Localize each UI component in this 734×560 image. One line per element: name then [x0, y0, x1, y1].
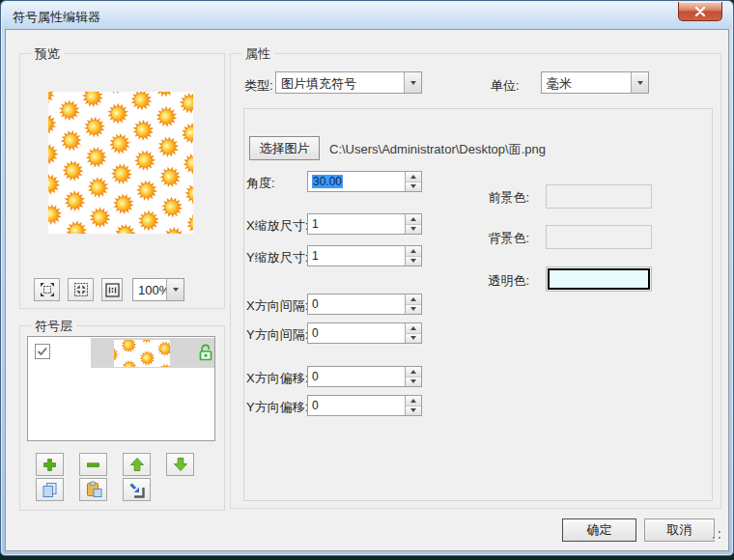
transparent-color-swatch-inner	[548, 268, 650, 290]
y-gap-spin-up[interactable]	[406, 323, 421, 334]
background-color-field	[546, 225, 652, 249]
select-image-button[interactable]: 选择图片	[249, 136, 320, 160]
x-offset-spin-down[interactable]	[406, 378, 421, 387]
zoom-fit-button[interactable]	[34, 278, 60, 301]
unit-dropdown-button[interactable]	[631, 72, 648, 93]
properties-group-title: 属性	[241, 45, 274, 63]
cancel-button[interactable]: 取消	[644, 518, 715, 542]
image-path: C:\Users\Administrator\Desktop\面.png	[329, 141, 546, 158]
spin-up-icon	[410, 249, 416, 253]
spin-up-icon	[410, 175, 416, 179]
grip-dot	[719, 537, 720, 539]
preview-group-title: 预览	[31, 45, 64, 63]
spin-down-icon	[410, 184, 416, 188]
y-scale-label: Y缩放尺寸:	[246, 249, 308, 266]
spin-down-icon	[410, 336, 416, 340]
import-layer-button[interactable]	[123, 478, 151, 501]
unit-label: 单位:	[491, 77, 520, 95]
import-icon	[128, 482, 145, 498]
cancel-label: 取消	[667, 521, 692, 539]
y-scale-spin-down[interactable]	[406, 257, 421, 266]
x-gap-spin-down[interactable]	[406, 305, 421, 315]
y-offset-spin-up[interactable]	[406, 396, 421, 406]
angle-field[interactable]: 30.00	[307, 171, 422, 192]
zoom-shrink-button[interactable]	[68, 278, 94, 301]
type-dropdown-button[interactable]	[404, 72, 421, 93]
spin-down-icon	[410, 379, 416, 383]
y-scale-spin-up[interactable]	[406, 246, 421, 257]
spin-down-icon	[410, 259, 416, 263]
y-scale-value: 1	[308, 246, 405, 266]
unlock-icon	[198, 343, 213, 362]
add-layer-button[interactable]	[36, 453, 64, 476]
x-offset-spin-up[interactable]	[406, 367, 421, 378]
layer-list[interactable]	[27, 336, 215, 441]
move-layer-down-button[interactable]	[166, 453, 194, 476]
y-offset-label: Y方向偏移:	[246, 399, 308, 416]
zoom-level-value: 100%	[133, 279, 166, 300]
zoom-fit-icon	[40, 282, 55, 297]
ok-label: 确定	[587, 521, 612, 539]
angle-spin-down[interactable]	[406, 182, 421, 192]
spin-up-icon	[410, 217, 416, 221]
spin-up-icon	[410, 370, 416, 374]
x-gap-spin-up[interactable]	[406, 294, 421, 305]
y-offset-field[interactable]: 0	[307, 395, 422, 416]
checkbox-checked-icon	[35, 344, 50, 359]
x-gap-field[interactable]: 0	[307, 294, 422, 315]
x-scale-spin-up[interactable]	[406, 214, 421, 225]
grip-dot	[713, 537, 715, 539]
actual-size-button[interactable]	[101, 278, 123, 301]
chevron-down-icon	[173, 288, 179, 292]
minus-icon	[85, 457, 101, 473]
y-gap-spin-down[interactable]	[406, 334, 421, 344]
paste-layer-button[interactable]	[79, 478, 107, 501]
transparent-color-label: 透明色:	[444, 272, 529, 290]
angle-spin-up[interactable]	[406, 172, 421, 182]
x-gap-label: X方向间隔:	[246, 297, 308, 315]
remove-layer-button[interactable]	[79, 453, 107, 476]
x-offset-value: 0	[308, 367, 405, 386]
foreground-color-field	[546, 184, 652, 209]
x-scale-field[interactable]: 1	[307, 213, 422, 235]
y-offset-spin-down[interactable]	[406, 406, 421, 416]
zoom-level-dropdown-button[interactable]	[166, 279, 184, 300]
unit-select[interactable]: 毫米	[541, 71, 649, 94]
symbol-preview	[48, 92, 193, 234]
layers-group-title: 符号层	[31, 318, 76, 335]
layer-visible-checkbox[interactable]	[35, 344, 50, 363]
x-scale-spin-down[interactable]	[406, 225, 421, 235]
x-gap-value: 0	[308, 294, 405, 314]
grip-dot	[719, 531, 720, 533]
layer-row[interactable]	[28, 337, 214, 369]
type-value: 图片填充符号	[276, 72, 404, 93]
y-scale-field[interactable]: 1	[307, 245, 422, 266]
zoom-shrink-icon	[73, 282, 89, 297]
chevron-down-icon	[410, 81, 416, 85]
paste-icon	[85, 481, 102, 498]
arrow-down-icon	[173, 457, 188, 472]
move-layer-up-button[interactable]	[123, 453, 151, 476]
x-scale-value: 1	[308, 214, 405, 234]
angle-label: 角度:	[246, 175, 275, 192]
spin-up-icon	[410, 326, 416, 330]
y-gap-field[interactable]: 0	[307, 322, 422, 344]
arrow-up-icon	[129, 457, 145, 472]
unit-value: 毫米	[542, 72, 631, 93]
transparent-color-field[interactable]	[546, 266, 652, 292]
type-label: 类型:	[244, 77, 273, 95]
spin-down-icon	[410, 408, 416, 412]
type-select[interactable]: 图片填充符号	[275, 71, 422, 94]
spin-down-icon	[410, 307, 416, 311]
x-offset-field[interactable]: 0	[307, 366, 422, 387]
background-color-label: 背景色:	[444, 230, 529, 247]
select-image-label: 选择图片	[260, 140, 310, 157]
layer-thumbnail	[114, 340, 170, 367]
copy-layer-button[interactable]	[36, 478, 64, 501]
ok-button[interactable]: 确定	[562, 518, 636, 542]
actual-size-icon	[105, 283, 120, 297]
zoom-level-select[interactable]: 100%	[132, 278, 184, 301]
y-gap-label: Y方向间隔:	[246, 326, 308, 344]
spin-up-icon	[410, 297, 416, 301]
layer-lock-toggle[interactable]	[198, 343, 213, 366]
